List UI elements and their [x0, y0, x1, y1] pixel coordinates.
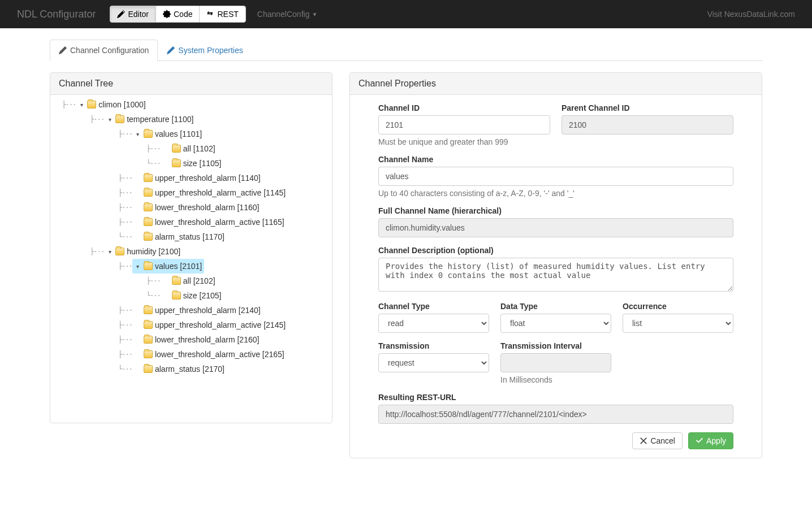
tree-node[interactable]: all [2102]	[161, 274, 218, 288]
tree-row: └···alarm_status [2170]	[55, 362, 332, 376]
tab-channel-config[interactable]: Channel Configuration	[50, 40, 158, 61]
folder-icon	[87, 101, 96, 109]
datatype-select[interactable]: float	[500, 314, 611, 333]
name-label: Channel Name	[378, 155, 733, 164]
folder-icon	[144, 306, 153, 314]
tree-node-label: size [1105]	[183, 159, 222, 168]
desc-textarea[interactable]: Provides the history (list) of measured …	[378, 258, 733, 292]
folder-icon	[144, 350, 153, 358]
tree-branch: ├···	[55, 336, 132, 344]
tree-branch: └···	[55, 365, 132, 373]
tree-branch: ├···	[55, 174, 132, 182]
tree-node[interactable]: upper_threshold_alarm [2140]	[132, 303, 263, 318]
transmission-label: Transmission	[378, 341, 489, 350]
tree-row: ├···lower_threshold_alarm [2160]	[55, 332, 332, 347]
transfer-icon	[206, 10, 214, 18]
tree-node[interactable]: all [1102]	[161, 141, 218, 156]
tree-row: └···size [2105]	[55, 288, 332, 303]
channel-id-input[interactable]	[378, 115, 550, 134]
folder-icon	[144, 321, 153, 329]
tree-node[interactable]: ▾climon [1000]	[76, 97, 148, 112]
tree-branch: ├···	[55, 189, 132, 197]
tree-node[interactable]: size [2105]	[161, 288, 224, 303]
type-select[interactable]: read	[378, 314, 489, 333]
folder-icon	[144, 174, 153, 182]
tree-branch: ├···	[55, 203, 132, 211]
edit-icon	[117, 10, 125, 18]
tree-row: ├···▾values [2101]	[55, 259, 332, 274]
cancel-label: Cancel	[650, 436, 675, 445]
tree-row: ├···lower_threshold_alarm_active [2165]	[55, 347, 332, 362]
tree-node-label: upper_threshold_alarm_active [1145]	[155, 188, 286, 197]
tree-node[interactable]: ▾values [1101]	[132, 127, 204, 141]
tree-node[interactable]: ▾values [2101]	[132, 259, 204, 274]
channelconfig-dropdown[interactable]: ChannelConfig ▼	[257, 10, 318, 19]
toggle-icon[interactable]: ▾	[135, 263, 141, 270]
tree-node-label: temperature [1100]	[127, 115, 193, 124]
toggle-icon[interactable]: ▾	[106, 249, 113, 255]
tree-node-label: lower_threshold_alarm_active [1165]	[155, 218, 284, 227]
fullname-input	[378, 218, 733, 237]
tree-node[interactable]: upper_threshold_alarm_active [2145]	[132, 318, 288, 332]
tree-row: ├···▾climon [1000]	[55, 97, 332, 112]
editor-button[interactable]: Editor	[110, 6, 156, 23]
occurrence-select[interactable]: list	[623, 314, 733, 333]
tab-label: Channel Configuration	[70, 46, 149, 55]
interval-label: Transmission Interval	[500, 341, 611, 350]
tree-branch: ├···	[55, 262, 132, 270]
tree-node[interactable]: upper_threshold_alarm_active [1145]	[132, 185, 288, 200]
tree-node[interactable]: size [1105]	[161, 156, 224, 171]
cancel-button[interactable]: Cancel	[632, 432, 683, 449]
tree-node-label: climon [1000]	[98, 100, 145, 109]
tree-row: ├···upper_threshold_alarm [1140]	[55, 171, 332, 185]
tree-row: ├···all [2102]	[55, 274, 332, 288]
occurrence-label: Occurrence	[623, 302, 733, 311]
folder-icon	[144, 336, 153, 344]
tree-branch: ├···	[55, 321, 132, 329]
tree-node[interactable]: lower_threshold_alarm [1160]	[132, 200, 261, 215]
tree-node[interactable]: lower_threshold_alarm_active [2165]	[132, 347, 287, 362]
tree-node[interactable]: ▾humidity [2100]	[104, 244, 183, 259]
code-button[interactable]: Code	[156, 6, 199, 23]
tree-node-label: lower_threshold_alarm [2160]	[155, 335, 259, 344]
tree-node-label: lower_threshold_alarm [1160]	[155, 203, 259, 212]
folder-icon	[144, 262, 153, 270]
tree-container[interactable]: ├···▾climon [1000] ├···▾temperature [110…	[55, 95, 332, 423]
name-input[interactable]	[378, 167, 733, 186]
tree-node-label: upper_threshold_alarm_active [2145]	[155, 320, 286, 329]
toggle-icon[interactable]: ▾	[78, 102, 85, 108]
folder-icon	[172, 277, 181, 285]
tree-row: ├···lower_threshold_alarm_active [1165]	[55, 215, 332, 229]
folder-icon	[172, 159, 181, 167]
tree-node[interactable]: alarm_status [1170]	[132, 229, 227, 244]
edit-icon	[167, 46, 175, 54]
tabs: Channel Configuration System Properties	[50, 40, 762, 61]
channel-id-label: Channel ID	[378, 103, 550, 112]
visit-link[interactable]: Visit NexusDataLink.com	[707, 10, 804, 19]
transmission-select[interactable]: request	[378, 353, 489, 372]
toggle-icon[interactable]: ▾	[135, 131, 141, 137]
tree-node-label: size [2105]	[183, 291, 222, 300]
tree-row: ├···upper_threshold_alarm_active [2145]	[55, 318, 332, 332]
brand: NDL Configurator	[8, 8, 104, 20]
tree-node[interactable]: ▾temperature [1100]	[104, 112, 196, 127]
toggle-icon[interactable]: ▾	[106, 116, 113, 123]
channel-properties-panel: Channel Properties Channel ID Must be un…	[349, 72, 762, 458]
tree-node[interactable]: alarm_status [2170]	[132, 362, 227, 376]
folder-icon	[172, 292, 181, 300]
view-switcher: Editor Code REST	[110, 6, 245, 23]
tree-node[interactable]: lower_threshold_alarm [2160]	[132, 332, 261, 347]
caret-down-icon: ▼	[312, 11, 317, 18]
apply-button[interactable]: Apply	[688, 432, 733, 449]
tab-system-properties[interactable]: System Properties	[158, 40, 252, 61]
rest-button[interactable]: REST	[199, 6, 245, 23]
tree-node[interactable]: lower_threshold_alarm_active [1165]	[132, 215, 287, 229]
folder-icon	[144, 203, 153, 211]
tree-row: ├···lower_threshold_alarm [1160]	[55, 200, 332, 215]
folder-icon	[144, 233, 153, 241]
interval-help: In Milliseconds	[500, 375, 611, 384]
desc-label: Channel Description (optional)	[378, 246, 733, 255]
tree-node[interactable]: upper_threshold_alarm [1140]	[132, 171, 263, 185]
folder-icon	[115, 248, 124, 255]
tree-node-label: alarm_status [1170]	[155, 232, 224, 241]
